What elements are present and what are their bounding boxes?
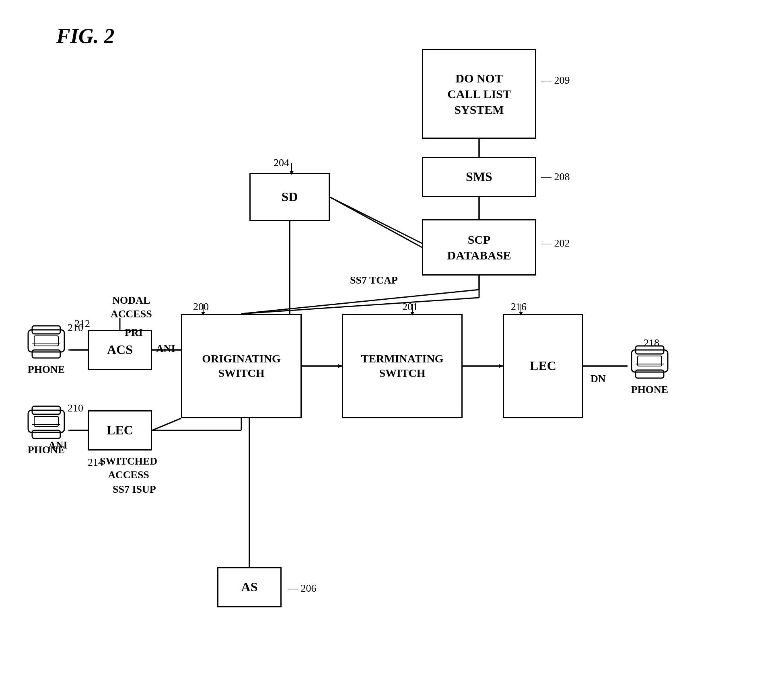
ref-210a: 210 — [68, 322, 83, 334]
dn-label: DN — [591, 372, 606, 386]
svg-line-3 — [241, 290, 479, 314]
svg-marker-16 — [290, 171, 294, 175]
sms-box: SMS — [422, 157, 536, 197]
svg-rect-36 — [638, 356, 662, 366]
phone-bottom-left: PHONE — [24, 402, 68, 456]
pri-label: PRI — [125, 326, 143, 339]
ref-206: — 206 — [288, 582, 317, 594]
ref-204-arrow — [286, 163, 298, 175]
svg-line-43 — [241, 298, 479, 314]
phone-bottom-left-label: PHONE — [24, 444, 68, 456]
ref-218: 218 — [644, 337, 659, 349]
ref-201-arrow — [406, 304, 418, 316]
ref-210b: 210 — [68, 402, 83, 414]
svg-rect-31 — [34, 416, 58, 426]
phone-top-left: PHONE — [24, 322, 68, 376]
svg-marker-20 — [410, 312, 414, 316]
do-not-call-box: DO NOTCALL LISTSYSTEM — [422, 49, 536, 139]
terminating-switch-box: TERMINATINGSWITCH — [342, 314, 463, 418]
svg-marker-22 — [519, 312, 523, 316]
lec-right-box: LEC — [503, 314, 583, 418]
ss7-tcap-label: SS7 TCAP — [350, 274, 398, 287]
svg-rect-30 — [32, 430, 60, 438]
ref-202: — 202 — [541, 237, 570, 249]
nodal-access-label: NODALACCESS — [111, 294, 152, 321]
figure-title: FIG. 2 — [56, 24, 114, 48]
ref-200-arrow — [197, 304, 209, 316]
ref-209: — 209 — [541, 74, 570, 86]
switched-access-label: SWITCHEDACCESS — [100, 455, 157, 482]
phone-right: PHONE — [628, 342, 672, 396]
svg-rect-35 — [636, 370, 664, 378]
sd-box: SD — [249, 173, 330, 221]
ss7-isup-label: SS7 ISUP — [113, 483, 156, 496]
ani-top-label: ANI — [156, 342, 175, 356]
as-box: AS — [217, 567, 282, 607]
svg-line-5 — [330, 197, 422, 243]
svg-marker-18 — [201, 312, 205, 316]
lec-left-box: LEC — [88, 410, 152, 450]
svg-marker-54 — [499, 364, 503, 368]
svg-rect-25 — [32, 350, 60, 358]
diagram: FIG. 2 DO N — [0, 0, 784, 685]
svg-line-40 — [330, 197, 422, 247]
svg-marker-53 — [338, 364, 342, 368]
originating-switch-box: ORIGINATINGSWITCH — [181, 314, 302, 418]
ref-208: — 208 — [541, 171, 570, 183]
phone-right-label: PHONE — [628, 384, 672, 396]
ref-216-arrow — [515, 304, 527, 316]
phone-top-left-label: PHONE — [24, 364, 68, 376]
scp-database-box: SCPDATABASE — [422, 219, 536, 276]
svg-line-50 — [152, 418, 181, 430]
svg-rect-26 — [34, 336, 58, 346]
